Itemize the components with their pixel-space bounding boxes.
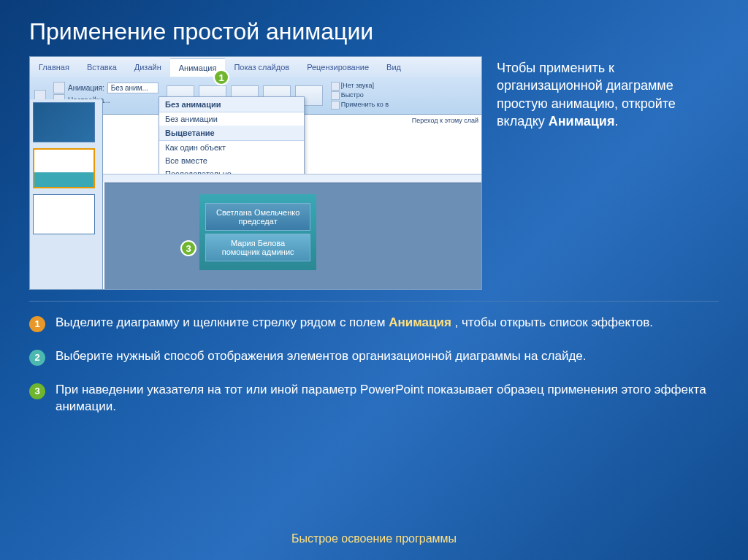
speed-label[interactable]: Быстро	[341, 91, 364, 100]
thumbnail-1[interactable]	[33, 102, 95, 142]
step-num-3: 3	[29, 383, 45, 399]
dropdown-item[interactable]: Как один объект	[159, 141, 304, 154]
thumbnail-2[interactable]	[33, 148, 95, 188]
step-text-3: При наведении указателя на тот или иной …	[56, 382, 719, 415]
animation-dropdown[interactable]: Без аним...	[107, 83, 159, 93]
anim-icon	[53, 82, 65, 93]
instruction-text: Чтобы применить к организационной диагра…	[493, 56, 719, 290]
tab-review[interactable]: Рецензирование	[298, 58, 378, 76]
step-3: 3 При наведении указателя на тот или ино…	[29, 382, 719, 415]
step-text-2: Выберите нужный способ отображения элеме…	[56, 348, 587, 366]
divider	[29, 301, 719, 302]
slide-canvas[interactable]: Светлана Омельченко председат Мария Бело…	[104, 183, 481, 289]
content-area: Главная Вставка Дизайн Анимация Показ сл…	[0, 56, 748, 415]
sound-label[interactable]: [Нет звука]	[341, 82, 374, 91]
ribbon-sound-group: [Нет звука] Быстро Применить ко в	[331, 82, 389, 110]
step-num-1: 1	[29, 316, 45, 332]
tab-insert[interactable]: Вставка	[78, 58, 126, 76]
steps-list: 1 Выделите диаграмму и щелкните стрелку …	[29, 315, 719, 415]
callout-1: 1	[213, 69, 229, 85]
apply-icon	[331, 101, 340, 110]
org-box-2: Мария Белова помощник админис	[205, 234, 310, 261]
step-1: 1 Выделите диаграмму и щелкните стрелку …	[29, 315, 719, 332]
dropdown-item[interactable]: Все вместе	[159, 154, 304, 167]
dropdown-item[interactable]: Без анимации	[159, 112, 304, 126]
ruler	[103, 174, 481, 183]
speed-icon	[331, 91, 340, 100]
step-2: 2 Выберите нужный способ отображения эле…	[29, 348, 719, 366]
dropdown-section-none: Без анимации	[159, 97, 304, 112]
step-text-1: Выделите диаграмму и щелкните стрелку ря…	[56, 315, 653, 332]
tab-home[interactable]: Главная	[30, 58, 78, 76]
thumbnail-3[interactable]	[33, 194, 95, 234]
slide-thumbnails	[30, 99, 103, 289]
sound-icon	[331, 82, 340, 91]
tab-view[interactable]: Вид	[378, 58, 410, 76]
org-box-1: Светлана Омельченко председат	[205, 203, 310, 231]
animation-label: Анимация:	[68, 84, 104, 92]
slide-title: Применение простой анимации	[0, 0, 748, 56]
org-chart-diagram[interactable]: Светлана Омельченко председат Мария Бело…	[199, 194, 316, 270]
callout-3: 3	[180, 240, 196, 256]
tab-design[interactable]: Дизайн	[126, 58, 170, 76]
powerpoint-screenshot: Главная Вставка Дизайн Анимация Показ сл…	[29, 56, 482, 290]
transition-group-label: Переход к этому слай	[412, 117, 478, 124]
footer: Быстрое освоение программы	[0, 532, 748, 545]
step-num-2: 2	[29, 350, 45, 366]
tab-slideshow[interactable]: Показ слайдов	[225, 58, 298, 76]
dropdown-section-fade: Выцветание	[159, 126, 304, 141]
apply-label[interactable]: Применить ко в	[341, 101, 389, 110]
top-section: Главная Вставка Дизайн Анимация Показ сл…	[29, 56, 719, 290]
ribbon-tabs: Главная Вставка Дизайн Анимация Показ сл…	[30, 57, 481, 77]
